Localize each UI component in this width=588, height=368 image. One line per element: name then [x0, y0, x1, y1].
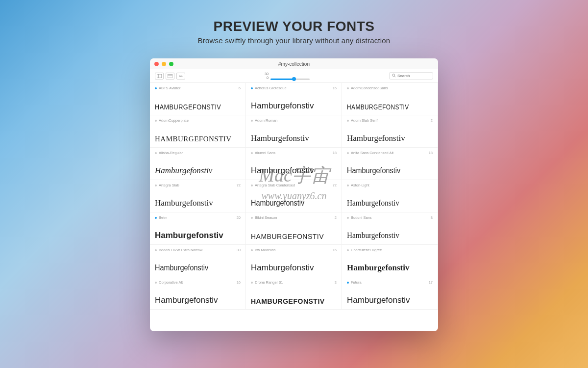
font-sample: Hamburgefonstiv: [251, 133, 337, 143]
font-name: Drone Ranger 01: [255, 280, 283, 285]
titlebar[interactable]: #my-collection: [150, 58, 438, 69]
size-slider-wrap: 30 0: [265, 72, 310, 80]
window-title: #my-collection: [150, 61, 438, 67]
font-cell[interactable]: Alisha-RegularHamburgefonstiv: [150, 148, 246, 180]
font-count: 20: [237, 215, 241, 220]
window-view-button[interactable]: [166, 73, 174, 79]
font-name-wrap: Bikini Season: [251, 215, 277, 220]
font-cell[interactable]: Acherus Grotesque16Hamburgefonstiv: [246, 83, 342, 115]
app-window: #my-collection Aa 30 0: [150, 58, 438, 331]
status-dot: [251, 87, 253, 89]
status-dot: [347, 87, 349, 89]
status-dot: [155, 217, 157, 219]
font-cell[interactable]: Corporative Alt16Hamburgefonstiv: [150, 277, 246, 310]
font-sample: Hamburgefonstiv: [155, 295, 241, 305]
font-count: 72: [333, 183, 337, 187]
search-field[interactable]: [389, 72, 433, 79]
font-name-wrap: Corporative Alt: [155, 280, 183, 285]
status-dot: [251, 120, 253, 122]
font-name-wrap: Acherus Grotesque: [251, 86, 287, 90]
font-sample: HAMBURGEFONSTIV: [155, 135, 241, 143]
font-name: Futura: [351, 280, 362, 285]
font-name-wrap: Aston-Light: [347, 183, 369, 187]
status-dot: [251, 152, 253, 154]
hero-title: PREVIEW YOUR FONTS: [198, 19, 391, 34]
font-cell[interactable]: Adorn RomanHamburgefonstiv: [246, 115, 342, 148]
font-name-wrap: Alisha-Regular: [155, 151, 183, 155]
toolbar: Aa 30 0: [150, 69, 438, 83]
font-name: Artegra Slab Condensed: [255, 183, 295, 187]
font-cell-header: Acherus Grotesque16: [251, 86, 337, 90]
font-cell[interactable]: AdornCondensedSansHAMBURGEFONSTIV: [342, 83, 438, 115]
font-cell[interactable]: Artegra Slab Condensed72Hamburgefonstiv: [246, 180, 342, 212]
font-sample: Hamburgefonstiv: [347, 198, 424, 208]
font-cell[interactable]: Futura17Hamburgefonstiv: [342, 277, 438, 310]
font-cell[interactable]: Anita Sans Condensed Alt18Hamburgefonsti…: [342, 148, 438, 180]
preview-mode-button[interactable]: Aa: [176, 73, 185, 79]
font-name: Adorn Slab Serif: [351, 118, 378, 123]
font-name-wrap: Artegra Slab Condensed: [251, 183, 295, 187]
view-mode-group: Aa: [155, 73, 185, 79]
font-cell[interactable]: AdornCopperplateHAMBURGEFONSTIV: [150, 115, 246, 148]
size-slider[interactable]: [270, 79, 310, 80]
font-sample: Hamburgefonstiv: [251, 263, 337, 273]
font-cell[interactable]: CharcuterieFiligreeHamburgefonstiv: [342, 245, 438, 277]
font-sample: Hamburgefonstiv: [251, 198, 324, 208]
font-cell-header: Alumni Sans18: [251, 151, 337, 155]
font-count: 3: [335, 280, 337, 285]
font-cell[interactable]: ABTS Aviator6HAMBURGEFONSTIV: [150, 83, 246, 115]
font-cell-header: Bodoni URW Extra Narrow30: [155, 248, 241, 252]
status-dot: [251, 217, 253, 219]
status-dot: [347, 217, 349, 219]
status-dot: [251, 282, 253, 284]
font-cell[interactable]: Adorn Slab Serif2Hamburgefonstiv: [342, 115, 438, 148]
font-sample: Hamburgefonstiv: [347, 133, 433, 143]
font-cell[interactable]: Bikini Season2HAMBURGEFONSTIV: [246, 212, 342, 245]
font-name: CharcuterieFiligree: [351, 248, 382, 252]
font-cell[interactable]: Bodoni URW Extra Narrow30Hamburgefonstiv: [150, 245, 246, 277]
font-count: 18: [333, 151, 337, 155]
font-cell-header: Betm20: [155, 215, 241, 220]
font-cell-header: CharcuterieFiligree: [347, 248, 433, 252]
font-count: 2: [335, 215, 337, 220]
slider-fill: [270, 79, 294, 80]
font-name-wrap: CharcuterieFiligree: [347, 248, 382, 252]
status-dot: [155, 87, 157, 89]
font-cell-header: AdornCopperplate: [155, 118, 241, 123]
slider-thumb[interactable]: [292, 77, 296, 81]
font-name-wrap: Betm: [155, 215, 168, 220]
font-cell[interactable]: Artegra Slab72Hamburgefonstiv: [150, 180, 246, 212]
font-cell[interactable]: Aston-LightHamburgefonstiv: [342, 180, 438, 212]
font-count: 6: [239, 86, 241, 90]
font-cell[interactable]: Alumni Sans18Hamburgefonstiv: [246, 148, 342, 180]
font-sample: Hamburgefonstiv: [251, 166, 337, 176]
font-count: 2: [431, 118, 433, 123]
font-sample: HAMBURGEFONSTIV: [251, 233, 337, 240]
font-name-wrap: Drone Ranger 01: [251, 280, 283, 285]
font-cell-header: Futura17: [347, 280, 433, 285]
font-cell-header: Corporative Alt16: [155, 280, 241, 285]
font-name: Anita Sans Condensed Alt: [351, 151, 393, 155]
svg-rect-2: [168, 74, 172, 78]
status-dot: [155, 152, 157, 154]
svg-line-5: [394, 76, 395, 77]
font-name: Artegra Slab: [159, 183, 179, 187]
font-name: ABTS Aviator: [159, 86, 180, 90]
font-grid-wrap[interactable]: ABTS Aviator6HAMBURGEFONSTIVAcherus Grot…: [150, 83, 438, 331]
svg-point-4: [392, 74, 395, 76]
font-cell[interactable]: Bw Modelica16Hamburgefonstiv: [246, 245, 342, 277]
status-dot: [155, 282, 157, 284]
font-name: AdornCopperplate: [159, 118, 189, 123]
font-count: 8: [431, 215, 433, 220]
font-cell[interactable]: Bodoni Sans8Hamburgefonstiv: [342, 212, 438, 245]
font-cell-header: Alisha-Regular: [155, 151, 241, 155]
search-input[interactable]: [397, 74, 430, 78]
slider-min-label: 0: [267, 76, 269, 80]
font-cell[interactable]: Betm20Hamburgefonstiv: [150, 212, 246, 245]
font-name: Aston-Light: [351, 183, 369, 187]
font-sample: Hamburgefonstiv: [347, 263, 433, 273]
sidebar-toggle-button[interactable]: [155, 73, 164, 79]
font-cell-header: Adorn Roman: [251, 118, 337, 123]
status-dot: [155, 249, 157, 251]
font-cell[interactable]: Drone Ranger 013HAMBURGEFONSTIV: [246, 277, 342, 310]
